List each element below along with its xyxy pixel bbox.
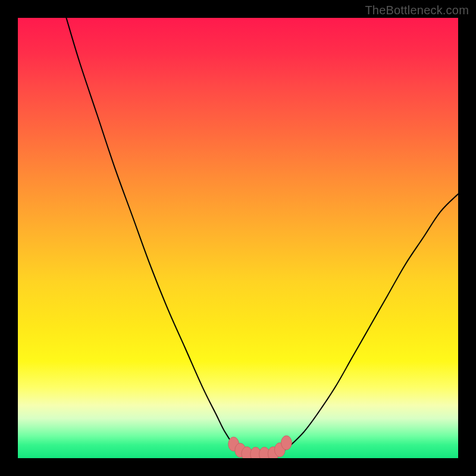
series-left-curve <box>66 18 246 454</box>
chart-series-group <box>66 18 458 454</box>
series-right-curve <box>273 194 458 454</box>
chart-frame: TheBottleneck.com <box>0 0 476 476</box>
attribution-label: TheBottleneck.com <box>365 4 469 17</box>
chart-plot-area <box>18 18 458 458</box>
chart-svg <box>18 18 458 458</box>
chart-marker-group <box>228 436 292 458</box>
chart-marker <box>281 436 292 450</box>
